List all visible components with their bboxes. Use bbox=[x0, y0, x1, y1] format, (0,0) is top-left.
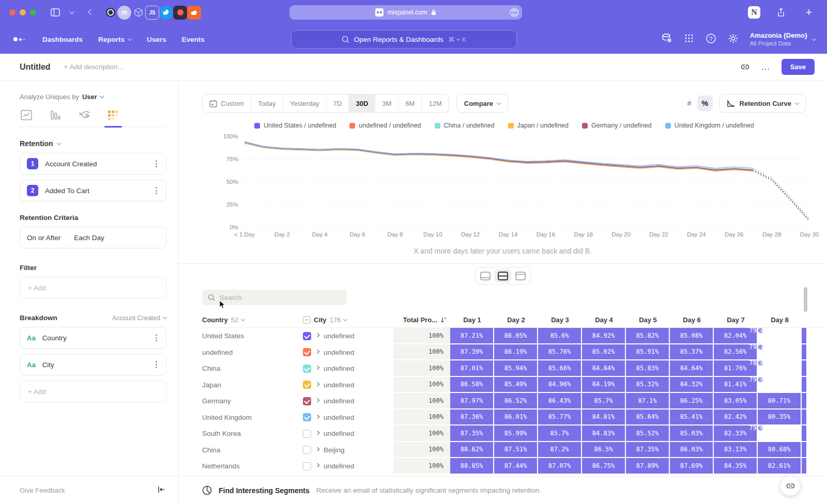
retention-value-cell[interactable]: 86.01% bbox=[494, 410, 538, 426]
retention-value-cell[interactable]: 85.66% bbox=[538, 360, 582, 377]
range-7d[interactable]: 7D bbox=[326, 94, 349, 112]
chevron-right-icon[interactable] bbox=[315, 350, 319, 354]
extension-m-icon[interactable]: m bbox=[117, 6, 131, 20]
extension-soundcloud-icon[interactable] bbox=[187, 6, 201, 20]
retention-value-cell[interactable]: 87.1% bbox=[626, 393, 670, 410]
column-header-total[interactable]: Total Pro... bbox=[393, 316, 450, 324]
segments-title[interactable]: Find Interesting Segments bbox=[219, 486, 310, 495]
retention-value-cell[interactable]: 85.77% bbox=[538, 410, 582, 426]
breakdown-add-button[interactable]: + Add bbox=[20, 381, 166, 402]
table-row[interactable]: Netherlandsundefined100%88.85%87.44%87.0… bbox=[202, 458, 827, 475]
range-today[interactable]: Today bbox=[251, 94, 283, 112]
row-checkbox[interactable] bbox=[303, 381, 311, 389]
range-3m[interactable]: 3M bbox=[375, 94, 398, 112]
retention-value-cell[interactable]: 87.69% bbox=[670, 458, 714, 475]
retention-value-cell[interactable]: 86.25% bbox=[670, 393, 714, 410]
retention-value-cell[interactable]: 84.96% bbox=[538, 377, 582, 393]
retention-value-cell[interactable]: 87.44% bbox=[494, 458, 538, 475]
retention-value-cell[interactable]: 86.58% bbox=[450, 377, 494, 393]
table-row[interactable]: undefinedundefined100%87.39%86.19%85.76%… bbox=[202, 344, 827, 361]
address-bar[interactable]: mixpanel.com ••• bbox=[289, 5, 522, 20]
table-row[interactable]: Germanyundefined100%87.97%86.52%86.43%85… bbox=[202, 393, 827, 410]
retention-value-cell[interactable]: 85.52% bbox=[626, 426, 670, 442]
retention-value-cell[interactable]: 84.19% bbox=[582, 377, 626, 393]
chevron-right-icon[interactable] bbox=[315, 415, 319, 419]
retention-value-cell[interactable]: 87.89% bbox=[626, 458, 670, 475]
legend-item[interactable]: United States / undefined bbox=[254, 122, 336, 129]
legend-item[interactable]: United Kingdom / undefined bbox=[665, 122, 754, 129]
retention-value-cell[interactable]: 84.64% bbox=[670, 360, 714, 377]
retention-value-cell[interactable]: 84.83% bbox=[582, 426, 626, 442]
help-icon[interactable]: ? bbox=[706, 33, 716, 46]
retention-value-cell[interactable]: 85.91% bbox=[626, 344, 670, 361]
range-6m[interactable]: 6M bbox=[398, 94, 421, 112]
range-30d[interactable]: 30D bbox=[348, 94, 375, 112]
column-header-day-1[interactable]: Day 1 bbox=[450, 316, 494, 324]
range-12m[interactable]: 12M bbox=[421, 94, 448, 112]
minimize-window-button[interactable] bbox=[20, 9, 26, 15]
column-header-day-6[interactable]: Day 6 bbox=[670, 316, 714, 324]
retention-value-cell[interactable]: 85.6% bbox=[538, 328, 582, 344]
step-card-2[interactable]: 2 Added To Cart bbox=[20, 180, 166, 201]
retention-value-cell[interactable]: 79.05% bbox=[758, 377, 764, 383]
retention-value-cell[interactable]: 85.99% bbox=[494, 426, 538, 442]
step-card-1[interactable]: 1 Account Created bbox=[20, 153, 166, 175]
chevron-right-icon[interactable] bbox=[315, 366, 319, 370]
tab-retention-icon[interactable] bbox=[106, 109, 120, 121]
retention-value-cell[interactable]: 85.82% bbox=[626, 328, 670, 344]
retention-value-cell[interactable]: 83.13% bbox=[714, 442, 758, 459]
mode-percent-button[interactable]: % bbox=[697, 96, 713, 111]
chevron-right-icon[interactable] bbox=[315, 431, 319, 435]
retention-value-cell[interactable]: 88.85% bbox=[450, 458, 494, 475]
zoom-window-button[interactable] bbox=[30, 9, 36, 15]
retention-value-cell[interactable]: 86.03% bbox=[670, 442, 714, 459]
filter-add-button[interactable]: + Add bbox=[20, 277, 166, 298]
layout-table-only-button[interactable] bbox=[512, 269, 529, 282]
report-title[interactable]: Untitled bbox=[20, 62, 51, 72]
breakdown-card-country[interactable]: Aa Country bbox=[20, 327, 166, 349]
retention-value-cell[interactable]: 79.77% bbox=[758, 344, 764, 351]
new-tab-icon[interactable]: + bbox=[802, 5, 816, 20]
nav-item-events[interactable]: Events bbox=[182, 36, 205, 43]
criteria-each-day[interactable]: Each Day bbox=[74, 234, 104, 242]
tab-funnels-icon[interactable] bbox=[49, 109, 62, 121]
share-icon[interactable] bbox=[774, 5, 788, 20]
retention-value-cell[interactable]: 86.52% bbox=[494, 393, 538, 410]
retention-value-cell[interactable]: 85.32% bbox=[626, 377, 670, 393]
row-checkbox[interactable] bbox=[303, 365, 311, 373]
retention-value-cell[interactable]: 85.37% bbox=[670, 344, 714, 361]
retention-value-cell[interactable]: 79.49% bbox=[758, 328, 764, 334]
breakdown-property-name[interactable]: Country bbox=[42, 334, 67, 342]
retention-value-cell[interactable]: 85.02% bbox=[582, 344, 626, 361]
extension-producthunt-icon[interactable] bbox=[173, 6, 187, 20]
retention-value-cell[interactable]: 85.08% bbox=[670, 328, 714, 344]
retention-value-cell[interactable]: 86.75% bbox=[582, 458, 626, 475]
retention-value-cell[interactable]: 85.76% bbox=[538, 344, 582, 361]
kebab-menu-icon[interactable] bbox=[154, 332, 159, 343]
column-header-day-3[interactable]: Day 3 bbox=[538, 316, 582, 324]
chevron-right-icon[interactable] bbox=[315, 463, 319, 467]
table-row[interactable]: ChinaBeijing100%88.62%87.51%87.2%86.5%87… bbox=[202, 442, 827, 459]
copy-link-icon[interactable] bbox=[740, 62, 750, 71]
compare-button[interactable]: Compare bbox=[456, 94, 508, 113]
chevron-right-icon[interactable] bbox=[315, 333, 319, 337]
chart-type-selector[interactable]: Retention Curve bbox=[719, 94, 806, 113]
mode-absolute-button[interactable]: # bbox=[682, 96, 697, 111]
retention-value-cell[interactable]: 87.07% bbox=[538, 458, 582, 475]
row-checkbox[interactable] bbox=[303, 430, 311, 438]
step-event-name[interactable]: Added To Cart bbox=[45, 187, 89, 195]
retention-value-cell[interactable]: 84.92% bbox=[582, 328, 626, 344]
global-search-button[interactable]: Open Reports & Dashboards ⌘ + K bbox=[291, 30, 517, 49]
column-header-day-5[interactable]: Day 5 bbox=[626, 316, 670, 324]
row-checkbox[interactable] bbox=[303, 332, 311, 340]
column-header-city[interactable]: City 176 bbox=[303, 316, 393, 324]
give-feedback-link[interactable]: Give Feedback bbox=[20, 486, 65, 494]
chevron-down-icon[interactable] bbox=[68, 5, 76, 20]
retention-value-cell[interactable]: 87.35% bbox=[450, 426, 494, 442]
retention-section-header[interactable]: Retention bbox=[20, 139, 166, 148]
criteria-on-or-after[interactable]: On or After bbox=[27, 234, 60, 242]
breakdown-event-selector[interactable]: Account Created bbox=[112, 314, 166, 322]
retention-value-cell[interactable]: 87.39% bbox=[450, 344, 494, 361]
retention-value-cell[interactable]: 80.35% bbox=[758, 410, 802, 426]
retention-value-cell[interactable]: 87.35% bbox=[626, 442, 670, 459]
